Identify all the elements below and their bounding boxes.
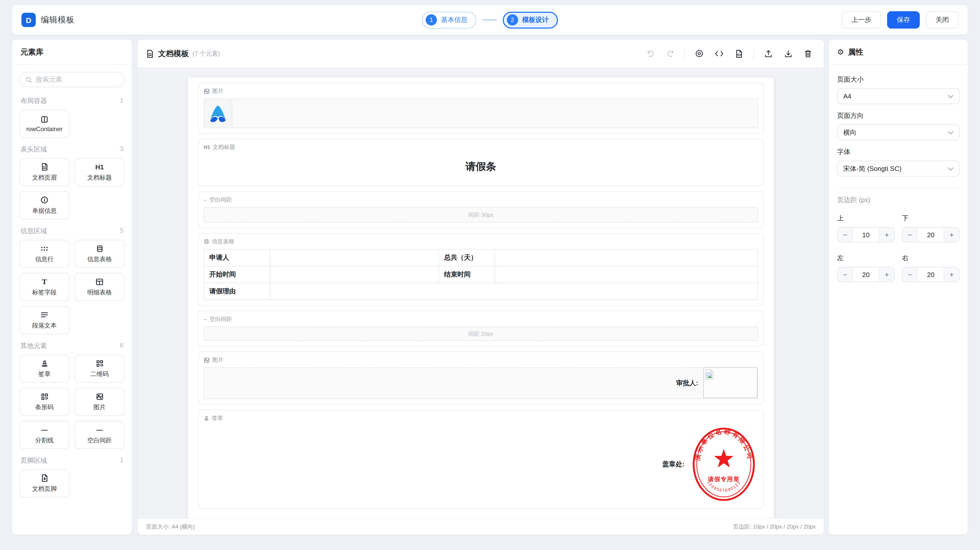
element-label: 空白间距 xyxy=(210,315,232,323)
trash-icon[interactable] xyxy=(800,46,816,61)
search-icon xyxy=(25,76,32,83)
upload-icon[interactable] xyxy=(760,46,776,61)
increment-button[interactable]: + xyxy=(880,267,894,281)
table-cell-value[interactable] xyxy=(270,283,758,300)
barcode-icon xyxy=(41,392,48,401)
increment-button[interactable]: + xyxy=(944,227,959,242)
element-card-spacer[interactable]: — 空白间距 xyxy=(75,421,124,449)
element-count: (7 个元素) xyxy=(192,49,220,58)
save-button[interactable]: 保存 xyxy=(887,11,920,29)
element-card-image[interactable]: 图片 xyxy=(75,388,124,416)
table-cell-value[interactable] xyxy=(495,266,758,283)
image-icon xyxy=(204,357,210,363)
doc-element-info-table[interactable]: 信息表格 申请人 总共（天） 开始时间 结束时间 xyxy=(198,233,764,305)
qrcode-icon xyxy=(96,359,103,367)
broken-image-icon xyxy=(705,369,714,380)
code-icon[interactable] xyxy=(711,46,727,61)
element-card-doc-header[interactable]: 文档页眉 xyxy=(19,158,69,186)
element-card-doc-footer[interactable]: 文档页脚 xyxy=(19,469,69,498)
spacer-icon: — xyxy=(96,425,103,434)
table-cell-value[interactable] xyxy=(270,266,439,283)
approver-label: 审批人: xyxy=(676,378,698,388)
canvas-workspace: 图片 H1 xyxy=(138,68,824,518)
file-download-icon xyxy=(41,474,48,482)
orientation-select[interactable]: 横向 xyxy=(837,124,959,140)
element-card-divider[interactable]: — 分割线 xyxy=(19,421,69,449)
decrement-button[interactable]: − xyxy=(838,227,853,242)
step-label: 模板设计 xyxy=(522,15,549,24)
font-select[interactable]: 宋体-简 (Songti SC) xyxy=(837,161,959,176)
margin-bottom-value[interactable]: 20 xyxy=(917,227,944,242)
divider xyxy=(837,188,959,188)
chevron-down-icon xyxy=(948,129,953,136)
previous-step-button[interactable]: 上一步 xyxy=(842,11,881,29)
stepper: 1 基本信息 2 模板设计 xyxy=(422,11,558,28)
template-editor-app: D 编辑模板 1 基本信息 2 模板设计 上一步 保存 关闭 元素库 搜索元素 xyxy=(0,0,980,550)
element-library-sidebar: 元素库 搜索元素 布局容器1 rowContainer 表头区域3 xyxy=(12,40,132,535)
h1-icon: H1 xyxy=(95,162,103,171)
document-title-text: 请假条 xyxy=(204,154,758,181)
page-size-select[interactable]: A4 xyxy=(837,88,959,104)
decrement-button[interactable]: − xyxy=(902,267,917,281)
section-header-footer: 页脚区域1 xyxy=(12,449,132,469)
element-card-doc-info[interactable]: 单据信息 xyxy=(19,191,69,219)
element-card-doc-title[interactable]: H1 文档标题 xyxy=(75,158,124,186)
preview-icon[interactable] xyxy=(692,46,707,61)
element-card-rowContainer[interactable]: rowContainer xyxy=(19,110,69,138)
doc-element-image-header[interactable]: 图片 xyxy=(198,83,764,134)
table-cell-label: 总共（天） xyxy=(439,249,495,266)
status-margins: 页边距: 10px / 20px / 20px / 20px xyxy=(733,523,816,531)
spacer-value: 间距 30px xyxy=(204,207,758,223)
table-cell-value[interactable] xyxy=(495,249,758,266)
margin-top-stepper: − 10 + xyxy=(837,227,895,242)
increment-button[interactable]: + xyxy=(880,227,894,242)
approver-signature-image[interactable] xyxy=(703,367,757,398)
element-label: 信息表格 xyxy=(212,238,234,245)
redo-icon[interactable] xyxy=(662,46,678,61)
spacer-value: 间距 20px xyxy=(204,326,758,341)
element-card-barcode[interactable]: 条形码 xyxy=(19,388,69,416)
element-card-label-field[interactable]: T 标签字段 xyxy=(19,273,69,301)
file-code-icon[interactable] xyxy=(732,46,747,61)
margin-top-value[interactable]: 10 xyxy=(853,227,880,242)
doc-element-spacer-20[interactable]: − 空白间距 间距 20px xyxy=(198,311,764,347)
table-cell-label: 结束时间 xyxy=(439,266,495,283)
canvas-status-bar: 页面大小: A4 (横向) 页边距: 10px / 20px / 20px / … xyxy=(138,518,824,535)
font-value: 宋体-简 (Songti SC) xyxy=(843,164,901,173)
step-template-design[interactable]: 2 模板设计 xyxy=(503,11,558,28)
doc-element-spacer-30[interactable]: − 空白间距 间距 30px xyxy=(198,191,764,228)
table-cell-value[interactable] xyxy=(270,249,439,266)
orientation-label: 页面方向 xyxy=(837,111,959,121)
doc-element-title[interactable]: H1 文档标题 请假条 xyxy=(198,139,764,186)
seal-purpose-text: 请假专用章 xyxy=(708,476,740,482)
element-card-info-table[interactable]: 信息表格 xyxy=(75,240,124,268)
increment-button[interactable]: + xyxy=(944,267,959,281)
logo-image[interactable] xyxy=(204,100,232,127)
app-logo: D xyxy=(21,13,36,27)
decrement-button[interactable]: − xyxy=(838,267,853,281)
step-basic-info[interactable]: 1 基本信息 xyxy=(422,11,476,28)
element-label: 图片 xyxy=(212,356,224,364)
element-card-info-row[interactable]: 信息行 xyxy=(19,240,69,268)
search-input[interactable]: 搜索元素 xyxy=(19,72,124,87)
properties-title: 属性 xyxy=(848,47,863,57)
table-row: 请假理由 xyxy=(204,283,758,300)
undo-icon[interactable] xyxy=(643,46,658,61)
element-card-detail-table[interactable]: 明细表格 xyxy=(75,273,124,301)
element-card-stamp[interactable]: 签章 xyxy=(19,354,69,383)
paragraph-icon xyxy=(40,310,48,319)
company-seal-stamp[interactable]: 演示单位名称有限公司 请假专用章 1234567890123 xyxy=(692,426,756,502)
section-header-info: 信息区域5 xyxy=(12,219,132,240)
element-card-qrcode[interactable]: 二维码 xyxy=(75,354,124,383)
decrement-button[interactable]: − xyxy=(902,227,917,242)
element-label: 签章 xyxy=(212,414,223,422)
table-row: 开始时间 结束时间 xyxy=(204,266,758,283)
doc-element-seal[interactable]: 签章 盖章处: 演示单位名 xyxy=(198,410,764,509)
margin-right-value[interactable]: 20 xyxy=(917,267,944,281)
download-icon[interactable] xyxy=(780,46,796,61)
margin-left-value[interactable]: 20 xyxy=(853,267,880,281)
margins-label: 页边距 (px) xyxy=(837,196,959,205)
doc-element-approver-image[interactable]: 图片 审批人: xyxy=(198,351,764,405)
close-button[interactable]: 关闭 xyxy=(926,11,959,29)
element-card-paragraph[interactable]: 段落文本 xyxy=(19,306,69,334)
